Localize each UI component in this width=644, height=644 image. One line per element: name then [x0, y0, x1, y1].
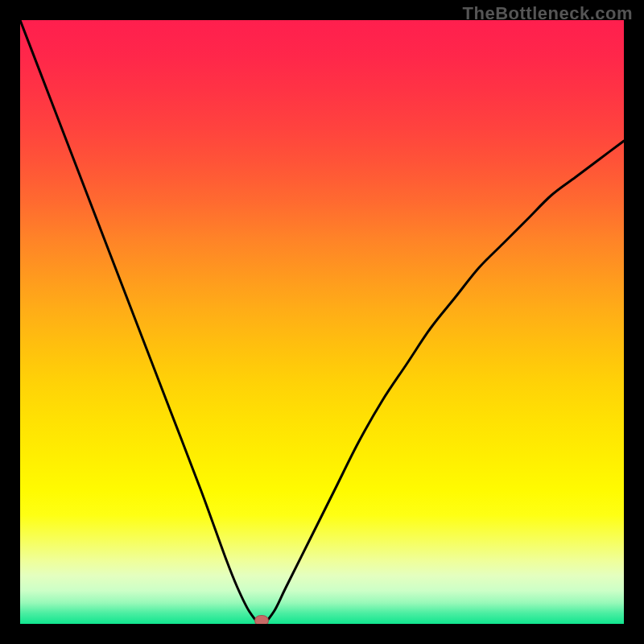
- watermark-text: TheBottleneck.com: [463, 3, 633, 24]
- chart-frame: TheBottleneck.com: [0, 0, 644, 644]
- curve-path: [20, 20, 624, 624]
- bottleneck-curve: [20, 20, 624, 624]
- optimum-marker: [254, 615, 269, 624]
- plot-area: [20, 20, 624, 624]
